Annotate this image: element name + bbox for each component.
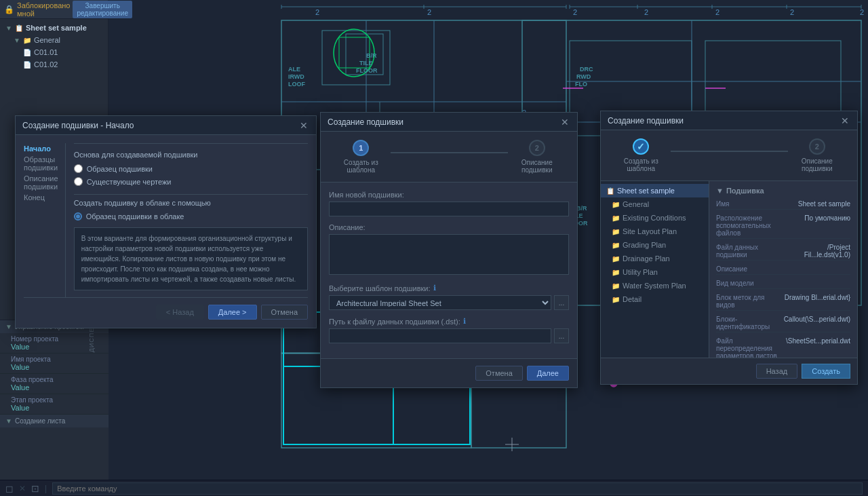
d3-tree-root-icon: 📋 — [606, 187, 614, 195]
tree-sheet1-icon: 📄 — [23, 49, 31, 56]
tree-arrow-icon: ▼ — [5, 24, 12, 32]
tree-subfolder-icon: 📁 — [23, 37, 31, 44]
dialog1-titlebar: Создание подшивки - Начало ✕ — [16, 116, 316, 135]
d3-tree-site-label: Site Layout Plan — [623, 227, 677, 235]
radio-sample-input[interactable] — [74, 164, 83, 173]
tree-c0102-item[interactable]: 📄 C01.02 — [0, 58, 108, 71]
dialog2-close-button[interactable]: ✕ — [559, 117, 570, 128]
radio-existing-item[interactable]: Существующие чертежи — [74, 177, 308, 186]
path-browse-button[interactable]: ... — [554, 328, 569, 343]
detail-name-val: Sheet set sample — [783, 200, 850, 208]
d3-step1-circle: ✓ — [633, 138, 649, 155]
d3-tree-existing[interactable]: 📁 Existing Conditions — [601, 211, 709, 225]
d3-tree-detail[interactable]: 📁 Detail — [601, 292, 709, 306]
path-input[interactable] — [329, 328, 551, 343]
template-browse-button[interactable]: ... — [554, 295, 569, 310]
d3-step2-item: 2 Описание подшивки — [788, 138, 847, 172]
step2-label: Описание подшивки — [508, 159, 567, 174]
d3-tree-detail-label: Detail — [623, 295, 642, 303]
d3-tree-drainage-label: Drainage Plan — [623, 254, 670, 263]
d3-tree-utility[interactable]: 📁 Utility Plan — [601, 265, 709, 279]
dialog1-columns: Начало Образцы подшивки Описание подшивк… — [24, 143, 308, 297]
radio-existing-input[interactable] — [74, 177, 83, 186]
d3-tree-grading[interactable]: 📁 Grading Plan — [601, 238, 709, 252]
svg-text:FLOOR: FLOOR — [356, 67, 378, 74]
status-icon1: ◻ — [5, 483, 14, 494]
radio-cloud-item[interactable]: Образец подшивки в облаке — [74, 212, 308, 221]
cancel-button[interactable]: Отмена — [261, 305, 308, 320]
name-input[interactable] — [329, 202, 569, 216]
project-stage-label: Этап проекта — [11, 396, 103, 404]
d3-tree-detail-icon: 📁 — [612, 296, 620, 303]
detail-viewblock-val: Drawing Bl...erial.dwt} — [783, 294, 850, 309]
radio-group-basis: Образец подшивки Существующие чертежи — [74, 164, 308, 186]
dialog2-next-button[interactable]: Далее — [527, 366, 569, 381]
detail-callout-key: Блоки-идентификаторы — [716, 316, 783, 330]
tree-folder-icon: 📋 — [15, 24, 23, 32]
dialog3-close-button[interactable]: ✕ — [840, 115, 850, 126]
status-sep: ✕ — [19, 484, 26, 493]
sidebar-tree: ▼ 📋 Sheet set sample ▼ 📁 General 📄 C01.0… — [0, 19, 108, 73]
detail-desc-row: Описание — [716, 264, 850, 275]
dialog1-close-button[interactable]: ✕ — [298, 120, 309, 131]
d3-tree-existing-label: Existing Conditions — [623, 214, 686, 222]
detail-location-row: Расположение вспомогательных файлов По у… — [716, 213, 850, 239]
status-bar: ◻ ✕ ⊡ | — [0, 480, 868, 496]
project-stage-value[interactable]: Value — [11, 404, 103, 412]
create-sheet-header[interactable]: ▼ Создание листа — [0, 415, 108, 427]
tree-root-item[interactable]: ▼ 📋 Sheet set sample — [0, 22, 108, 34]
project-name-value[interactable]: Value — [11, 363, 103, 371]
description-textarea[interactable] — [329, 234, 569, 275]
nav-description[interactable]: Описание подшивки — [24, 173, 58, 192]
finish-edit-button[interactable]: Завершить редактирование — [73, 1, 132, 18]
svg-text:TILE: TILE — [359, 60, 373, 66]
project-phase-label: Фаза проекта — [11, 376, 103, 383]
project-name-field: Имя проекта Value — [0, 354, 108, 374]
command-input[interactable] — [52, 482, 863, 495]
dialog2-titlebar: Создание подшивки ✕ — [321, 113, 577, 132]
sidebar-header: 🔒 Заблокировано мной Завершить редактиро… — [0, 0, 108, 19]
lock-icon: 🔒 — [4, 5, 14, 14]
d3-tree-water-icon: 📁 — [612, 282, 620, 290]
d3-tree-grading-icon: 📁 — [612, 242, 620, 249]
tree-root-label: Sheet set sample — [26, 24, 87, 32]
tree-general-item[interactable]: ▼ 📁 General — [0, 34, 108, 46]
status-icon2: ⊡ — [31, 483, 39, 494]
d3-tree-site[interactable]: 📁 Site Layout Plan — [601, 225, 709, 238]
basis-label: Основа для создаваемой подшивки — [74, 151, 308, 159]
svg-text:FLO: FLO — [575, 81, 587, 88]
d3-step2-circle: 2 — [809, 138, 825, 155]
detail-desc-val — [783, 265, 850, 273]
dialog3-create-button[interactable]: Создать — [802, 364, 850, 379]
nav-end[interactable]: Конец — [24, 192, 58, 203]
dialog-create-set-start: Создание подшивки - Начало ✕ Начало Обра… — [15, 115, 317, 328]
d3-tree-general[interactable]: 📁 General — [601, 197, 709, 211]
project-stage-field: Этап проекта Value — [0, 394, 108, 415]
nav-examples[interactable]: Образцы подшивки — [24, 154, 58, 173]
next-button[interactable]: Далее > — [208, 305, 257, 320]
dialog1-title: Создание подшивки - Начало — [22, 121, 134, 130]
template-select[interactable]: Architectural Imperial Sheet Set — [329, 295, 551, 310]
d3-tree-grading-label: Grading Plan — [623, 241, 666, 249]
nav-start[interactable]: Начало — [24, 143, 58, 154]
template-row: Architectural Imperial Sheet Set ... — [329, 295, 569, 310]
d3-tree-root[interactable]: 📋 Sheet set sample — [601, 184, 709, 197]
svg-text:DRC: DRC — [580, 66, 593, 73]
dialog2-cancel-button[interactable]: Отмена — [475, 366, 522, 381]
radio-sample-item[interactable]: Образец подшивки — [74, 164, 308, 173]
locked-by-text: Заблокировано мной — [17, 1, 70, 18]
svg-text:B/R: B/R — [576, 205, 587, 212]
d3-tree-water[interactable]: 📁 Water System Plan — [601, 279, 709, 292]
create-sheet-label: Создание листа — [15, 417, 65, 425]
d3-tree-drainage[interactable]: 📁 Drainage Plan — [601, 252, 709, 265]
dialog3-back-button[interactable]: Назад — [756, 364, 798, 379]
tree-c0101-item[interactable]: 📄 C01.01 — [0, 46, 108, 58]
section-arrow2-icon: ▼ — [5, 417, 12, 425]
dialog1-body: Начало Образцы подшивки Описание подшивк… — [16, 135, 316, 328]
d3-tree-root-label: Sheet set sample — [617, 187, 675, 195]
name-label: Имя новой подшивки: — [329, 191, 569, 199]
detail-location-key: Расположение вспомогательных файлов — [716, 214, 783, 237]
step2-circle: 2 — [529, 140, 545, 156]
project-phase-value[interactable]: Value — [11, 383, 103, 392]
detail-viewmodel-row: Вид модели — [716, 278, 850, 289]
